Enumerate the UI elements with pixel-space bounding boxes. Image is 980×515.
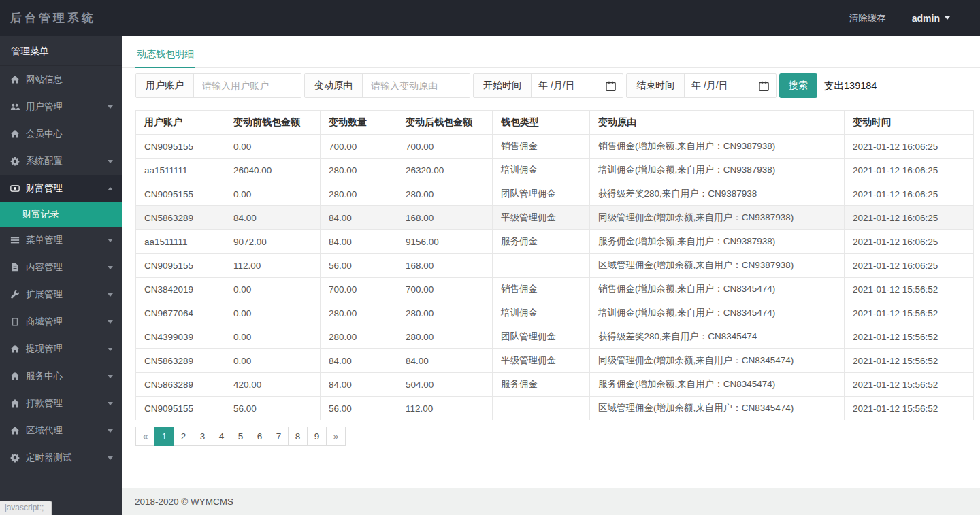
cell: 168.00 [397,206,493,230]
sidebar-item-label: 区域代理 [26,425,108,437]
cell: 9072.00 [225,230,321,254]
page-7[interactable]: 7 [269,427,289,446]
change-reason-label: 变动原由 [305,74,363,97]
sidebar-item-menu-mgmt[interactable]: 菜单管理 [0,227,122,254]
sidebar-item-timer-test[interactable]: 定时器测试 [0,444,122,471]
cell: 26040.00 [225,159,321,182]
page-2[interactable]: 2 [174,427,193,446]
top-header: 后台管理系统 清除缓存 admin [0,0,980,36]
chevron-down-icon [108,105,113,109]
calendar-icon [759,81,769,91]
date-value: 年 /月/日 [691,80,728,92]
table-row: aa151111126040.00280.0026320.00培训佣金培训佣金(… [136,159,974,182]
cogs-icon [10,453,26,463]
page-next[interactable]: » [326,427,346,446]
cell: 2021-01-12 15:56:52 [845,373,974,397]
topbar-actions: 清除缓存 admin [849,12,950,24]
search-button[interactable]: 搜索 [779,73,817,98]
cell: 2021-01-12 16:06:25 [845,230,974,254]
box-icon [10,317,26,327]
user-account-input[interactable] [194,74,301,97]
start-date-input[interactable]: 年 /月/日 [532,74,623,97]
table-row: CN909515556.0056.00112.00区域管理佣金(增加余额,来自用… [136,397,974,420]
page-1[interactable]: 1 [154,427,174,446]
username: admin [912,13,940,24]
user-account-group: 用户账户 [135,73,301,98]
sidebar-item-site-info[interactable]: 网站信息 [0,66,122,93]
sidebar-item-label: 扩展管理 [26,288,108,301]
cell: 区域管理佣金(增加余额,来自用户：CN9387938) [590,254,845,278]
sidebar-menu: 网站信息用户管理会员中心系统配置财富管理财富记录菜单管理内容管理扩展管理商城管理… [0,66,122,471]
table-row: CN58632890.0084.0084.00平级管理佣金同级管理佣金(增加余额… [136,349,974,373]
sidebar-subitem-wealth-record[interactable]: 财富记录 [0,202,122,227]
cell: 280.00 [397,301,493,325]
page-8[interactable]: 8 [288,427,308,446]
cell: CN3842019 [136,278,225,301]
cell: 280.00 [321,301,397,325]
cell: 280.00 [321,182,397,206]
cell: 2021-01-12 16:06:25 [845,182,974,206]
sidebar-item-label: 网站信息 [26,73,113,86]
cell: 获得级差奖280,来自用户：CN8345474 [590,325,845,349]
sidebar-item-label: 服务中心 [26,370,108,382]
file-icon [10,263,26,272]
cell: 服务佣金 [493,373,590,397]
sidebar-item-label: 会员中心 [26,128,113,140]
cogs-icon [10,156,26,166]
table-row: aa15111119072.0084.009156.00服务佣金服务佣金(增加余… [136,230,974,254]
sidebar-item-user-mgmt[interactable]: 用户管理 [0,93,122,120]
tab-wallet-detail[interactable]: 动态钱包明细 [135,40,195,68]
user-menu[interactable]: admin [912,13,950,24]
cell: CN5863289 [136,206,225,230]
sidebar-item-content-mgmt[interactable]: 内容管理 [0,254,122,281]
home-icon [10,344,26,354]
page-prev[interactable]: « [135,427,155,446]
cell: 700.00 [321,278,397,301]
cell: 2021-01-12 15:56:52 [845,349,974,373]
cell: 0.00 [225,182,321,206]
page-6[interactable]: 6 [250,427,270,446]
cell: 销售佣金 [493,135,590,159]
sidebar-item-member-center[interactable]: 会员中心 [0,120,122,148]
chevron-down-icon [108,402,113,405]
chevron-down-icon [108,456,113,460]
end-time-group: 结束时间 年 /月/日 [626,73,777,98]
clear-cache-link[interactable]: 清除缓存 [849,12,886,24]
cell: 26320.00 [397,159,493,182]
main-content: 动态钱包明细 用户账户 变动原由 开始时间 年 /月/日 结束时间 [122,36,980,515]
cell: 0.00 [225,278,321,301]
cell: 销售佣金 [493,278,590,301]
sidebar-item-service-center[interactable]: 服务中心 [0,363,122,390]
page-9[interactable]: 9 [307,427,327,446]
sidebar-item-system-config[interactable]: 系统配置 [0,148,122,175]
chevron-down-icon [108,160,113,163]
cell: CN5863289 [136,373,225,397]
sidebar-title: 管理菜单 [0,36,122,66]
sidebar-item-region-agent[interactable]: 区域代理 [0,417,122,444]
sidebar-item-extension-mgmt[interactable]: 扩展管理 [0,281,122,308]
cell: 0.00 [225,349,321,373]
cell: CN9095155 [136,254,225,278]
end-time-label: 结束时间 [627,74,685,97]
cell: CN5863289 [136,349,225,373]
home-icon [10,75,26,84]
cell: aa1511111 [136,230,225,254]
sidebar-item-label: 内容管理 [26,261,108,273]
end-date-input[interactable]: 年 /月/日 [685,74,776,97]
sidebar-item-payout-mgmt[interactable]: 打款管理 [0,390,122,417]
cell: 服务佣金 [493,230,590,254]
page-4[interactable]: 4 [212,427,231,446]
page-5[interactable]: 5 [231,427,250,446]
sidebar-item-mall-mgmt[interactable]: 商城管理 [0,308,122,335]
cell: 团队管理佣金 [493,325,590,349]
change-reason-input[interactable] [363,74,470,97]
page-3[interactable]: 3 [193,427,212,446]
table-row: CN43990390.00280.00280.00团队管理佣金获得级差奖280,… [136,325,974,349]
calendar-icon [606,81,616,91]
sidebar-item-withdraw-mgmt[interactable]: 提现管理 [0,335,122,363]
cell: 获得级差奖280,来自用户：CN9387938 [590,182,845,206]
column-header: 变动数量 [321,111,397,135]
cell: 2021-01-12 16:06:25 [845,206,974,230]
sidebar-item-wealth-mgmt[interactable]: 财富管理 [0,175,122,202]
chevron-down-icon [108,320,113,324]
